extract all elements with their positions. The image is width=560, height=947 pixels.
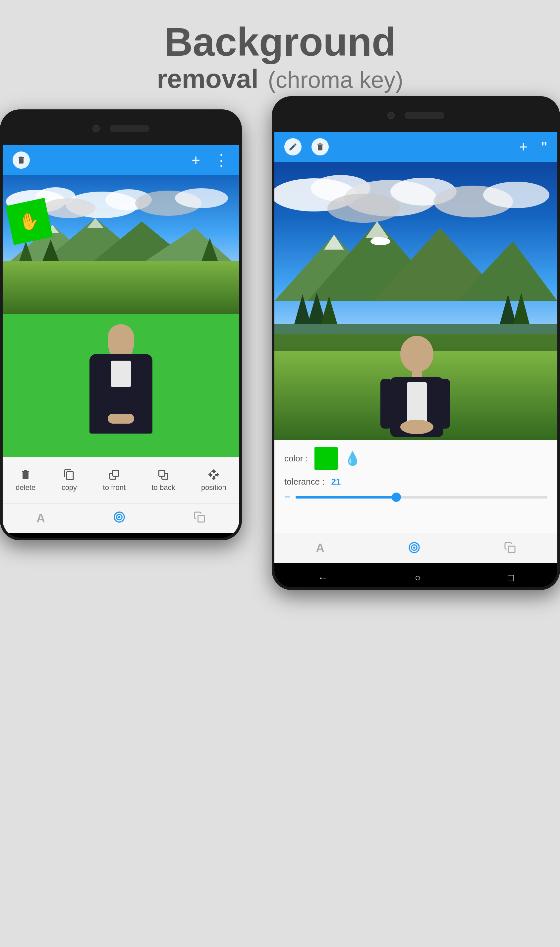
- svg-rect-25: [198, 516, 205, 522]
- android-nav-left: ← ○ □: [3, 533, 239, 537]
- person-head: [108, 324, 134, 354]
- bottom-nav-right: A: [274, 533, 557, 563]
- tool-position[interactable]: position: [201, 469, 226, 492]
- tool-to-back-label: to back: [152, 483, 175, 492]
- phone-left: + ⋮: [0, 109, 242, 540]
- svg-point-54: [400, 420, 434, 434]
- recent-btn-right[interactable]: □: [508, 572, 514, 584]
- toolbar-quote-right[interactable]: ": [541, 139, 548, 155]
- camera-right: [388, 112, 395, 119]
- tool-to-back[interactable]: to back: [152, 469, 175, 492]
- svg-point-7: [175, 188, 228, 208]
- svg-point-33: [328, 194, 400, 223]
- svg-point-57: [372, 237, 382, 242]
- tool-delete[interactable]: delete: [15, 469, 35, 492]
- chroma-color-box[interactable]: [314, 447, 338, 470]
- speaker-right: [405, 112, 445, 119]
- right-screen-landscape: [274, 162, 557, 440]
- nav-tab-text[interactable]: A: [37, 511, 45, 525]
- svg-rect-14: [3, 261, 239, 317]
- tolerance-slider[interactable]: −: [284, 491, 548, 503]
- toolbar-edit-icon-right[interactable]: [284, 138, 302, 156]
- svg-point-60: [413, 546, 415, 548]
- person-figure-left: [85, 324, 157, 457]
- chroma-color-row: color : 💧: [284, 447, 548, 470]
- nav-tab-copy[interactable]: [194, 511, 205, 526]
- home-btn-right[interactable]: ○: [415, 572, 421, 584]
- slider-fill: [295, 496, 396, 499]
- chroma-panel: color : 💧 tolerance : 21 −: [274, 440, 557, 533]
- svg-point-32: [483, 182, 549, 208]
- tool-delete-label: delete: [15, 483, 35, 492]
- person-body: [89, 354, 152, 434]
- landscape-bg-left: [3, 175, 239, 317]
- slider-thumb[interactable]: [392, 493, 401, 502]
- toolbar-more-left[interactable]: ⋮: [214, 151, 229, 169]
- phone-left-top-bar: [3, 112, 239, 145]
- phones-container: + ⋮: [0, 96, 560, 848]
- chroma-tolerance-row: tolerance : 21: [284, 477, 548, 487]
- svg-point-48: [400, 336, 434, 372]
- header-title-line1: Background: [0, 20, 560, 64]
- android-nav-right: ← ○ □: [274, 563, 557, 587]
- app-toolbar-left: + ⋮: [3, 145, 239, 175]
- tool-position-label: position: [201, 483, 226, 492]
- svg-rect-53: [438, 379, 450, 429]
- phone-right-top-bar: [274, 99, 557, 132]
- hand-icon: ✋: [17, 210, 42, 233]
- phone-right: + ": [272, 96, 560, 590]
- tool-copy-label: copy: [62, 483, 77, 492]
- toolbar-delete-icon-left[interactable]: [12, 151, 30, 169]
- toolbar-plus-left[interactable]: +: [192, 152, 200, 168]
- header: Background removal (chroma key): [0, 0, 560, 108]
- nav-tab-target[interactable]: [113, 510, 126, 527]
- slider-minus-icon[interactable]: −: [284, 491, 291, 503]
- camera-left: [92, 125, 100, 132]
- svg-rect-52: [380, 379, 392, 429]
- eyedropper-icon[interactable]: 💧: [344, 451, 361, 467]
- tool-to-front[interactable]: to front: [103, 469, 126, 492]
- tool-copy[interactable]: copy: [62, 469, 77, 492]
- svg-rect-19: [113, 470, 118, 476]
- color-label: color :: [284, 453, 308, 464]
- screen-content-left: ✋: [3, 175, 239, 457]
- tolerance-value: 21: [331, 477, 341, 487]
- nav-tab-text-right[interactable]: A: [316, 541, 325, 555]
- slider-track[interactable]: [295, 496, 548, 499]
- svg-rect-61: [508, 546, 515, 553]
- green-square-overlay: ✋: [6, 198, 53, 245]
- svg-rect-51: [407, 382, 427, 422]
- svg-rect-21: [159, 470, 165, 476]
- tool-to-front-label: to front: [103, 483, 126, 492]
- nav-tab-target-right[interactable]: [408, 541, 421, 556]
- tolerance-label: tolerance :: [284, 477, 325, 487]
- toolbar-delete-icon-right[interactable]: [311, 138, 329, 156]
- header-title-line2: removal: [157, 64, 258, 94]
- app-toolbar-right: + ": [274, 132, 557, 162]
- nav-tab-copy-right[interactable]: [504, 542, 516, 555]
- back-btn-right[interactable]: ←: [318, 572, 328, 584]
- bottom-toolbar-left: delete copy to front to back position: [3, 457, 239, 503]
- toolbar-plus-right[interactable]: +: [519, 139, 528, 155]
- green-screen-section: [3, 314, 239, 457]
- speaker-left: [110, 125, 149, 132]
- svg-point-5: [42, 198, 95, 218]
- svg-point-24: [118, 516, 121, 518]
- bottom-nav-left: A: [3, 503, 239, 533]
- header-subtitle: (chroma key): [268, 67, 403, 93]
